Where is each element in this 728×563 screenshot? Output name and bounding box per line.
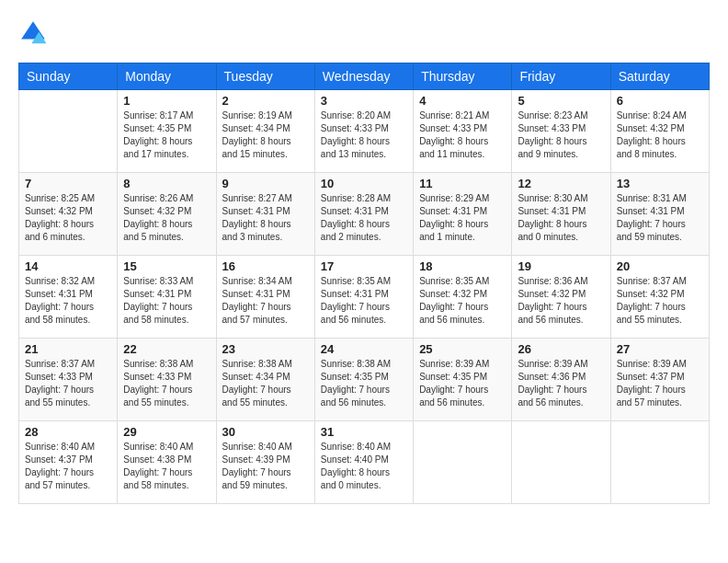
calendar-cell: 18Sunrise: 8:35 AM Sunset: 4:32 PM Dayli… — [414, 256, 512, 339]
day-number: 22 — [123, 342, 210, 356]
calendar-cell: 21Sunrise: 8:37 AM Sunset: 4:33 PM Dayli… — [19, 339, 118, 421]
logo-icon — [18, 18, 48, 48]
day-info: Sunrise: 8:28 AM Sunset: 4:31 PM Dayligh… — [321, 192, 407, 244]
day-info: Sunrise: 8:27 AM Sunset: 4:31 PM Dayligh… — [222, 192, 309, 244]
day-info: Sunrise: 8:24 AM Sunset: 4:32 PM Dayligh… — [617, 109, 703, 161]
day-info: Sunrise: 8:40 AM Sunset: 4:37 PM Dayligh… — [25, 441, 111, 492]
day-number: 18 — [419, 259, 506, 273]
day-number: 27 — [617, 342, 703, 356]
calendar-week-row: 7Sunrise: 8:25 AM Sunset: 4:32 PM Daylig… — [19, 173, 710, 256]
calendar-cell — [19, 90, 118, 173]
day-info: Sunrise: 8:21 AM Sunset: 4:33 PM Dayligh… — [419, 109, 506, 161]
day-number: 8 — [123, 177, 210, 190]
calendar-cell: 1Sunrise: 8:17 AM Sunset: 4:35 PM Daylig… — [118, 90, 216, 173]
day-info: Sunrise: 8:39 AM Sunset: 4:36 PM Dayligh… — [518, 358, 604, 409]
day-number: 11 — [419, 177, 506, 190]
calendar-cell — [512, 421, 610, 504]
calendar-week-row: 1Sunrise: 8:17 AM Sunset: 4:35 PM Daylig… — [19, 90, 710, 173]
calendar-cell: 24Sunrise: 8:38 AM Sunset: 4:35 PM Dayli… — [314, 339, 413, 421]
weekday-header: Tuesday — [216, 63, 314, 90]
calendar-cell: 7Sunrise: 8:25 AM Sunset: 4:32 PM Daylig… — [19, 173, 118, 256]
calendar-cell — [414, 421, 512, 504]
calendar-cell: 17Sunrise: 8:35 AM Sunset: 4:31 PM Dayli… — [314, 256, 413, 339]
day-number: 30 — [222, 425, 309, 439]
day-info: Sunrise: 8:40 AM Sunset: 4:38 PM Dayligh… — [123, 441, 210, 492]
day-number: 15 — [123, 259, 210, 273]
calendar-cell: 4Sunrise: 8:21 AM Sunset: 4:33 PM Daylig… — [414, 90, 512, 173]
day-info: Sunrise: 8:37 AM Sunset: 4:33 PM Dayligh… — [25, 358, 111, 409]
calendar-cell: 6Sunrise: 8:24 AM Sunset: 4:32 PM Daylig… — [610, 90, 709, 173]
day-number: 28 — [25, 425, 111, 439]
calendar-table: SundayMondayTuesdayWednesdayThursdayFrid… — [18, 63, 710, 504]
calendar-week-row: 28Sunrise: 8:40 AM Sunset: 4:37 PM Dayli… — [19, 421, 710, 504]
logo — [18, 18, 51, 48]
calendar-cell: 27Sunrise: 8:39 AM Sunset: 4:37 PM Dayli… — [610, 339, 709, 421]
page-header — [18, 18, 710, 48]
calendar-cell: 25Sunrise: 8:39 AM Sunset: 4:35 PM Dayli… — [414, 339, 512, 421]
day-info: Sunrise: 8:25 AM Sunset: 4:32 PM Dayligh… — [25, 192, 111, 244]
calendar-cell: 11Sunrise: 8:29 AM Sunset: 4:31 PM Dayli… — [414, 173, 512, 256]
day-info: Sunrise: 8:40 AM Sunset: 4:40 PM Dayligh… — [321, 441, 407, 492]
day-number: 19 — [518, 259, 604, 273]
calendar-cell: 12Sunrise: 8:30 AM Sunset: 4:31 PM Dayli… — [512, 173, 610, 256]
day-number: 3 — [321, 94, 407, 108]
calendar-header-row: SundayMondayTuesdayWednesdayThursdayFrid… — [19, 63, 710, 90]
calendar-cell: 2Sunrise: 8:19 AM Sunset: 4:34 PM Daylig… — [216, 90, 314, 173]
day-number: 21 — [25, 342, 111, 356]
day-number: 17 — [321, 259, 407, 273]
weekday-header: Friday — [512, 63, 610, 90]
day-number: 26 — [518, 342, 604, 356]
weekday-header: Monday — [118, 63, 216, 90]
day-info: Sunrise: 8:29 AM Sunset: 4:31 PM Dayligh… — [419, 192, 506, 244]
calendar-cell: 23Sunrise: 8:38 AM Sunset: 4:34 PM Dayli… — [216, 339, 314, 421]
calendar-week-row: 21Sunrise: 8:37 AM Sunset: 4:33 PM Dayli… — [19, 339, 710, 421]
day-number: 9 — [222, 177, 309, 190]
day-number: 25 — [419, 342, 506, 356]
day-info: Sunrise: 8:31 AM Sunset: 4:31 PM Dayligh… — [617, 192, 703, 244]
calendar-cell: 30Sunrise: 8:40 AM Sunset: 4:39 PM Dayli… — [216, 421, 314, 504]
calendar-cell: 19Sunrise: 8:36 AM Sunset: 4:32 PM Dayli… — [512, 256, 610, 339]
day-number: 10 — [321, 177, 407, 190]
calendar-cell: 15Sunrise: 8:33 AM Sunset: 4:31 PM Dayli… — [118, 256, 216, 339]
day-number: 12 — [518, 177, 604, 190]
day-info: Sunrise: 8:39 AM Sunset: 4:37 PM Dayligh… — [617, 358, 703, 409]
calendar-cell: 26Sunrise: 8:39 AM Sunset: 4:36 PM Dayli… — [512, 339, 610, 421]
calendar-cell: 13Sunrise: 8:31 AM Sunset: 4:31 PM Dayli… — [610, 173, 709, 256]
calendar-cell: 31Sunrise: 8:40 AM Sunset: 4:40 PM Dayli… — [314, 421, 413, 504]
calendar-cell: 14Sunrise: 8:32 AM Sunset: 4:31 PM Dayli… — [19, 256, 118, 339]
day-number: 24 — [321, 342, 407, 356]
day-number: 1 — [123, 94, 210, 108]
day-info: Sunrise: 8:38 AM Sunset: 4:33 PM Dayligh… — [123, 358, 210, 409]
day-number: 5 — [518, 94, 604, 108]
day-number: 16 — [222, 259, 309, 273]
day-info: Sunrise: 8:35 AM Sunset: 4:32 PM Dayligh… — [419, 275, 506, 327]
weekday-header: Saturday — [610, 63, 709, 90]
calendar-cell: 29Sunrise: 8:40 AM Sunset: 4:38 PM Dayli… — [118, 421, 216, 504]
day-number: 14 — [25, 259, 111, 273]
day-number: 2 — [222, 94, 309, 108]
day-info: Sunrise: 8:19 AM Sunset: 4:34 PM Dayligh… — [222, 109, 309, 161]
calendar-cell: 8Sunrise: 8:26 AM Sunset: 4:32 PM Daylig… — [118, 173, 216, 256]
day-info: Sunrise: 8:40 AM Sunset: 4:39 PM Dayligh… — [222, 441, 309, 492]
calendar-cell: 16Sunrise: 8:34 AM Sunset: 4:31 PM Dayli… — [216, 256, 314, 339]
weekday-header: Sunday — [19, 63, 118, 90]
day-number: 23 — [222, 342, 309, 356]
weekday-header: Wednesday — [314, 63, 413, 90]
day-info: Sunrise: 8:35 AM Sunset: 4:31 PM Dayligh… — [321, 275, 407, 327]
day-info: Sunrise: 8:38 AM Sunset: 4:35 PM Dayligh… — [321, 358, 407, 409]
calendar-cell: 28Sunrise: 8:40 AM Sunset: 4:37 PM Dayli… — [19, 421, 118, 504]
day-number: 4 — [419, 94, 506, 108]
day-info: Sunrise: 8:36 AM Sunset: 4:32 PM Dayligh… — [518, 275, 604, 327]
day-number: 20 — [617, 259, 703, 273]
calendar-week-row: 14Sunrise: 8:32 AM Sunset: 4:31 PM Dayli… — [19, 256, 710, 339]
day-number: 31 — [321, 425, 407, 439]
day-info: Sunrise: 8:39 AM Sunset: 4:35 PM Dayligh… — [419, 358, 506, 409]
day-info: Sunrise: 8:30 AM Sunset: 4:31 PM Dayligh… — [518, 192, 604, 244]
day-info: Sunrise: 8:32 AM Sunset: 4:31 PM Dayligh… — [25, 275, 111, 327]
day-info: Sunrise: 8:17 AM Sunset: 4:35 PM Dayligh… — [123, 109, 210, 161]
calendar-cell: 10Sunrise: 8:28 AM Sunset: 4:31 PM Dayli… — [314, 173, 413, 256]
calendar-cell — [610, 421, 709, 504]
day-info: Sunrise: 8:33 AM Sunset: 4:31 PM Dayligh… — [123, 275, 210, 327]
day-info: Sunrise: 8:34 AM Sunset: 4:31 PM Dayligh… — [222, 275, 309, 327]
day-info: Sunrise: 8:37 AM Sunset: 4:32 PM Dayligh… — [617, 275, 703, 327]
